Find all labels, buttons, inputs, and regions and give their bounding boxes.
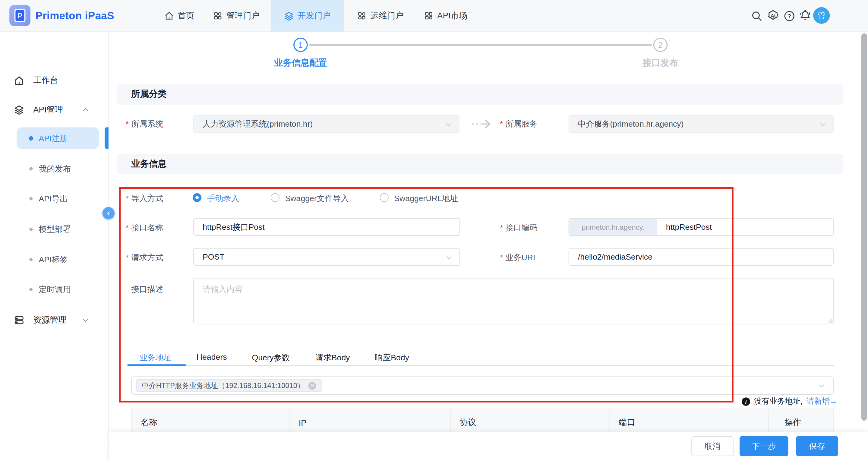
- request-method-value: POST: [203, 252, 224, 261]
- sidebar-item-workbench[interactable]: 工作台: [0, 71, 108, 90]
- api-description-textarea[interactable]: [193, 278, 834, 325]
- sidebar-item-api-export[interactable]: API导出: [0, 190, 108, 207]
- help-icon: ?: [783, 10, 795, 22]
- sidebar-item-model-deploy[interactable]: 模型部署: [0, 221, 108, 238]
- grid-icon: [357, 11, 366, 21]
- sidebar-item-label: 模型部署: [39, 224, 71, 235]
- system-select[interactable]: 人力资源管理系统(primeton.hr): [193, 115, 460, 133]
- nav-item-admin-portal[interactable]: 管理门户: [205, 0, 269, 32]
- request-method-select[interactable]: POST: [193, 248, 460, 266]
- radio-label-swagger-url[interactable]: SwaggerURL地址: [394, 193, 458, 204]
- tab-business-address[interactable]: 业务地址: [140, 353, 172, 363]
- nav-item-ops-portal[interactable]: 运维门户: [347, 0, 413, 32]
- vertical-scrollbar[interactable]: [861, 33, 867, 421]
- chevron-down-icon: [819, 121, 827, 128]
- avatar-text: 管: [818, 10, 826, 21]
- api-name-label: 接口名称: [131, 222, 163, 233]
- tab-response-body[interactable]: 响应Body: [375, 353, 409, 363]
- api-code-input[interactable]: httpRestPost: [657, 219, 833, 235]
- nav-item-dev-portal[interactable]: 开发门户: [271, 0, 344, 32]
- nav-item-label: 运维门户: [370, 10, 403, 21]
- required-asterisk: *: [500, 223, 503, 232]
- search-button[interactable]: [751, 0, 763, 32]
- nav-item-label: 管理门户: [226, 10, 259, 21]
- sidebar-item-api-tags[interactable]: API标签: [0, 251, 108, 268]
- nav-item-label: 首页: [178, 10, 194, 21]
- tabs-divider: [127, 365, 834, 366]
- sidebar-item-api-register[interactable]: API注册: [0, 130, 108, 147]
- notifications-button[interactable]: [799, 0, 811, 32]
- radio-swagger-url[interactable]: [380, 193, 389, 202]
- sidebar: 工作台 API管理 API注册 我的发布 API导出 模型部署: [0, 32, 108, 461]
- tab-headers[interactable]: Headers: [196, 353, 227, 362]
- radio-manual-entry[interactable]: [193, 193, 202, 202]
- search-icon: [751, 10, 763, 22]
- section-title: 业务信息: [131, 158, 167, 170]
- bullet-dot-icon: [29, 167, 33, 171]
- footer-action-bar: 取消 下一步 保存: [108, 432, 868, 461]
- step-2-circle: 2: [653, 38, 668, 52]
- logo-letter: P: [14, 9, 26, 22]
- user-avatar[interactable]: 管: [813, 7, 830, 24]
- sidebar-item-label: API导出: [39, 193, 68, 204]
- help-button[interactable]: ?: [783, 0, 795, 32]
- grid-icon: [213, 11, 222, 21]
- business-uri-input[interactable]: /hello2/mediaService: [569, 248, 834, 266]
- ai-icon: AI: [766, 9, 780, 23]
- layers-icon: [14, 104, 24, 115]
- business-address-select[interactable]: 中介HTTP服务业务地址（192.168.16.141:10010） ✕: [131, 376, 834, 395]
- chevron-up-icon: [82, 106, 89, 113]
- step-1-circle: 1: [293, 38, 308, 52]
- sidebar-group-label: API管理: [33, 104, 63, 115]
- sidebar-item-label: 我的发布: [39, 164, 71, 174]
- step-2-number: 2: [658, 40, 662, 49]
- sidebar-collapse-button[interactable]: [102, 207, 115, 219]
- required-asterisk: *: [126, 253, 129, 262]
- svg-text:?: ?: [788, 13, 791, 19]
- layers-icon: [284, 11, 293, 21]
- api-name-value: httpRest接口Post: [203, 222, 265, 232]
- tab-request-body[interactable]: 请求Body: [316, 353, 350, 363]
- next-step-button[interactable]: 下一步: [740, 436, 788, 456]
- system-field-label: 所属系统: [131, 119, 163, 130]
- service-field-label: 所属服务: [505, 119, 537, 130]
- radio-swagger-file[interactable]: [271, 193, 279, 202]
- step-1-number: 1: [299, 40, 303, 49]
- sidebar-group-api-management[interactable]: API管理: [0, 100, 108, 119]
- required-asterisk: *: [126, 120, 129, 128]
- tag-close-icon[interactable]: ✕: [308, 382, 316, 390]
- bullet-dot-icon: [29, 197, 33, 201]
- request-method-label: 请求方式: [131, 252, 163, 263]
- sidebar-item-my-publish[interactable]: 我的发布: [0, 160, 108, 177]
- step-2-label: 接口发布: [615, 58, 706, 69]
- sidebar-item-label: 工作台: [33, 75, 58, 86]
- ai-assistant-button[interactable]: AI: [766, 0, 780, 32]
- nav-item-home[interactable]: 首页: [159, 0, 200, 32]
- save-button[interactable]: 保存: [796, 436, 838, 456]
- api-name-input[interactable]: httpRest接口Post: [193, 218, 460, 236]
- bullet-dot-icon: [29, 258, 33, 262]
- cancel-button[interactable]: 取消: [691, 436, 734, 456]
- logo-text: Primeton iPaaS: [36, 0, 114, 32]
- server-icon: [14, 315, 24, 325]
- nav-item-label: API市场: [437, 10, 467, 21]
- api-description-label: 接口描述: [131, 284, 163, 295]
- chevron-down-icon: [444, 121, 452, 128]
- required-asterisk: *: [126, 223, 129, 232]
- tab-query-params[interactable]: Query参数: [252, 353, 290, 363]
- nav-item-api-market[interactable]: API市场: [416, 0, 475, 32]
- service-select[interactable]: 中介服务(primeton.hr.agency): [569, 115, 834, 133]
- business-uri-value: /hello2/mediaService: [578, 252, 652, 261]
- add-address-link[interactable]: 请新增→: [806, 397, 838, 406]
- radio-label-manual-entry[interactable]: 手动录入: [207, 193, 239, 204]
- home-icon: [14, 75, 24, 86]
- radio-label-swagger-file[interactable]: Swagger文件导入: [285, 193, 349, 204]
- system-select-value: 人力资源管理系统(primeton.hr): [203, 119, 313, 129]
- active-tab-underline: [127, 364, 186, 366]
- app-window: P Primeton iPaaS 首页 管理门户 开发门户 运维门户 API市场…: [0, 0, 868, 461]
- sidebar-item-scheduled-call[interactable]: 定时调用: [0, 281, 108, 298]
- top-navbar: P Primeton iPaaS 首页 管理门户 开发门户 运维门户 API市场…: [0, 0, 868, 32]
- required-asterisk: *: [126, 194, 129, 203]
- sidebar-group-resource-management[interactable]: 资源管理: [0, 311, 108, 329]
- sidebar-group-label: 资源管理: [33, 315, 66, 325]
